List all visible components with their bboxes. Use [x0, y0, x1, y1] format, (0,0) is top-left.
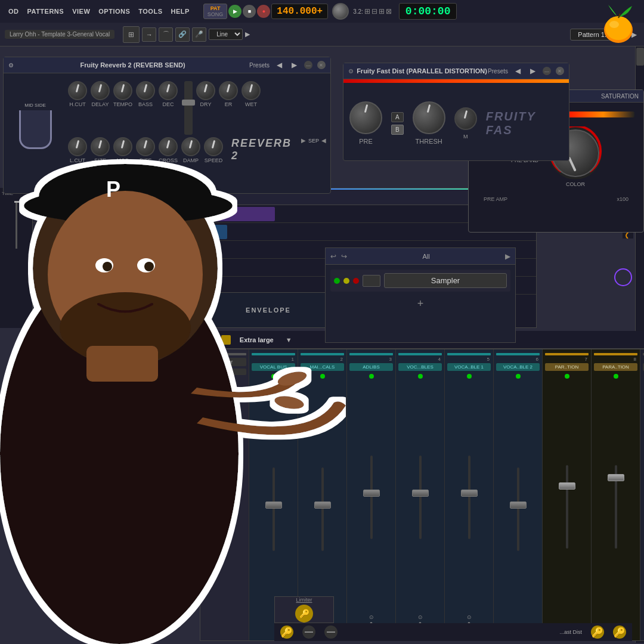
- ch4-fader-handle[interactable]: [412, 490, 429, 497]
- bpm-display[interactable]: 140.000+: [271, 4, 328, 19]
- bottom-icon-4[interactable]: 🔑: [591, 626, 604, 639]
- play-button[interactable]: ▶: [228, 5, 242, 18]
- ch6-fader-handle[interactable]: [510, 501, 527, 509]
- knob-hcut[interactable]: [68, 81, 87, 100]
- fastdist-plugin-header: ⚙ Fruity Fast Dist (PARALLEL DISTORTION)…: [343, 63, 569, 79]
- grid-icon: ⊞: [128, 30, 134, 39]
- toolbar-mic-btn[interactable]: 🎤: [192, 27, 206, 42]
- knob-group-wet: WET: [242, 81, 261, 107]
- ch4-fader-rail: [419, 456, 422, 539]
- bottom-icon-3[interactable]: [324, 626, 338, 639]
- ch5-fader-area: [446, 380, 492, 614]
- toolbar-curve-btn[interactable]: ⌒: [159, 27, 173, 42]
- knob-mod[interactable]: [113, 137, 132, 156]
- menu-od[interactable]: OD: [5, 5, 23, 17]
- pat-song-toggle[interactable]: PAT SONG: [203, 4, 228, 19]
- ch6-name: VOCA..BLE 2: [496, 363, 540, 371]
- master-knob[interactable]: [332, 3, 349, 20]
- knob-tempo[interactable]: [113, 81, 132, 100]
- limiter-label[interactable]: Limiter: [296, 597, 312, 603]
- t-label: T...: [42, 282, 50, 289]
- mid-side-toggle[interactable]: MID SIDE: [24, 103, 46, 108]
- sampler-arrow-right[interactable]: ▶: [505, 252, 510, 261]
- timeline-marker[interactable]: [14, 201, 19, 203]
- knob-delay[interactable]: [91, 81, 110, 100]
- menu-patterns[interactable]: PATTERNS: [24, 5, 68, 17]
- beat-icon-1: ⊞: [364, 7, 370, 16]
- fastdist-nav-left[interactable]: ◀: [513, 66, 523, 76]
- stop-button[interactable]: ■: [243, 5, 256, 18]
- knob-damp[interactable]: [181, 137, 200, 156]
- menu-tools[interactable]: TOOLS: [135, 5, 166, 17]
- track-2-name: DE...: [41, 228, 54, 235]
- a-button[interactable]: A: [391, 112, 404, 122]
- extra-large-label[interactable]: Extra large: [240, 336, 274, 343]
- knob-m[interactable]: [454, 107, 477, 130]
- fastdist-presets-label[interactable]: Presets: [488, 68, 508, 75]
- sampler-plus-btn[interactable]: +: [330, 295, 510, 312]
- ch5-fader-handle[interactable]: [461, 490, 478, 497]
- ch1-fader-handle[interactable]: [265, 501, 282, 509]
- knob-group-mod: MOD: [113, 137, 132, 163]
- knob-size[interactable]: [91, 137, 110, 156]
- knob-pre[interactable]: [349, 101, 382, 134]
- knob-wet[interactable]: [242, 81, 261, 100]
- menu-help[interactable]: HELP: [168, 5, 193, 17]
- knob-bass[interactable]: [136, 81, 155, 100]
- knob-er[interactable]: [219, 81, 238, 100]
- toolbar-link-btn[interactable]: 🔗: [175, 27, 190, 42]
- reverb-presets-label[interactable]: Presets: [249, 62, 270, 69]
- knob-diff[interactable]: [136, 137, 155, 156]
- reverb-gear-icon[interactable]: ⚙: [8, 62, 14, 69]
- toolbar-arrow-btn[interactable]: →: [142, 27, 156, 42]
- track-clip-2[interactable]: [108, 225, 227, 239]
- knob-thresh[interactable]: [413, 101, 445, 134]
- fastdist-minimize-btn[interactable]: —: [543, 67, 551, 75]
- fastdist-gear-icon[interactable]: ⚙: [348, 68, 354, 75]
- sampler-red-dot[interactable]: [353, 278, 359, 284]
- sampler-yellow-dot[interactable]: [343, 278, 349, 284]
- line-selector[interactable]: Line: [209, 29, 243, 40]
- mixer-nav-start[interactable]: |◀: [206, 336, 212, 343]
- ch7-fader-handle[interactable]: [559, 482, 575, 490]
- bottom-icon-5[interactable]: 🔑: [613, 626, 626, 639]
- knob-speed[interactable]: [204, 137, 223, 156]
- master-fader-handle[interactable]: [216, 504, 233, 511]
- extra-large-dropdown[interactable]: ▼: [286, 336, 292, 343]
- bottom-icon-2[interactable]: [302, 626, 315, 639]
- ch3-fader-handle[interactable]: [363, 490, 380, 497]
- keepp-label: KEEP P...: [42, 264, 68, 271]
- knob-group-er: ER: [219, 81, 238, 107]
- track-label-2: ● DE...: [30, 223, 108, 240]
- reverb-minimize-btn[interactable]: —: [304, 61, 312, 69]
- ch2-fader-handle[interactable]: [314, 501, 331, 509]
- sampler-green-dot[interactable]: [334, 278, 340, 284]
- ch8-fader-handle[interactable]: [608, 474, 624, 481]
- track-clip-1[interactable]: [108, 207, 275, 221]
- reverb-header-right: Presets ◀ ▶ — ✕: [249, 60, 326, 70]
- knob-dry[interactable]: [196, 81, 215, 100]
- sampler-label[interactable]: Sampler: [384, 273, 507, 288]
- reverb-nav-right[interactable]: ▶: [289, 60, 299, 70]
- reverb-fader-handle[interactable]: [182, 100, 195, 106]
- knob-cross[interactable]: [159, 137, 178, 156]
- ch1-name: VOCAL BUS: [252, 363, 295, 371]
- fast-dist-label-bottom: ...ast Dist: [559, 629, 582, 635]
- knob-dec[interactable]: [159, 81, 178, 100]
- sampler-forward-btn[interactable]: ↪: [341, 252, 347, 261]
- fastdist-close-btn[interactable]: ✕: [556, 67, 564, 75]
- record-button[interactable]: ●: [257, 5, 270, 18]
- bottom-icon-1[interactable]: 🔑: [280, 626, 293, 639]
- fastdist-plugin-window: ⚙ Fruity Fast Dist (PARALLEL DISTORTION)…: [343, 63, 569, 161]
- menu-options[interactable]: OPTIONS: [95, 5, 134, 17]
- ch7-color-tag: [545, 353, 589, 355]
- fastdist-nav-right[interactable]: ▶: [528, 66, 538, 76]
- menu-view[interactable]: VIEW: [69, 5, 94, 17]
- reverb-nav-left[interactable]: ◀: [274, 60, 284, 70]
- reverb-close-btn[interactable]: ✕: [317, 61, 326, 69]
- knob-lcut[interactable]: [68, 137, 87, 156]
- toolbar-grid-btn[interactable]: ⊞: [123, 26, 140, 43]
- sampler-back-btn[interactable]: ↩: [330, 252, 336, 261]
- scrollbar-handle[interactable]: [636, 48, 644, 66]
- b-button[interactable]: B: [391, 125, 404, 135]
